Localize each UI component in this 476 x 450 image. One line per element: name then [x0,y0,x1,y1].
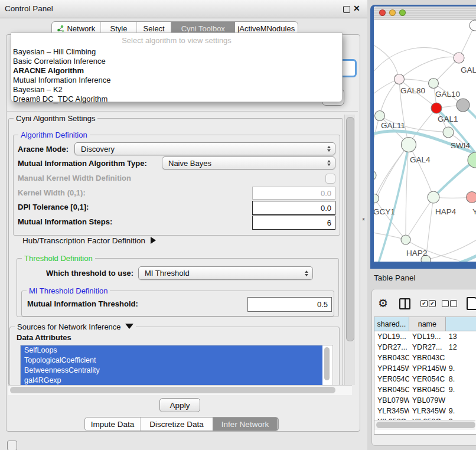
tab-label: Cyni Toolbox [181,24,225,33]
sources-collapse-toggle[interactable]: Sources for Network Inference [15,322,136,331]
cell-value: 8. [446,374,476,384]
popup-item[interactable]: Mutual Information Inference [11,76,342,85]
attribute-list-item[interactable]: SelfLoops [21,345,322,356]
cell-shared-name: YER054C [374,374,409,384]
attribute-list-item[interactable]: gal4RGexp [21,376,322,386]
network-node[interactable] [374,171,376,180]
popup-item[interactable]: Basic Correlation Inference [11,57,342,66]
table-row[interactable]: YBL079W YBL079W [374,395,476,406]
checked-box-icon[interactable]: ✔ [429,300,436,307]
control-panel-titlebar: Control Panel ✕ [0,0,367,18]
popup-item[interactable]: Dream8 DC_TDC Algorithm [11,94,342,104]
table-column-header[interactable] [446,317,476,331]
network-node[interactable] [457,99,470,112]
network-node[interactable] [395,74,405,84]
mi-threshold-group-title: MI Threshold Definition [27,286,110,295]
mi-steps-label: Mutual Information Steps: [18,217,112,226]
network-node[interactable] [467,192,476,203]
popup-items: Bayesian – Hill ClimbingBasic Correlatio… [11,47,342,104]
attributes-list-scrollbar[interactable] [324,347,330,380]
bottom-tab[interactable]: Discretize Data [141,418,213,431]
network-node-label: SWI4 [451,141,470,150]
unchecked-box-icon[interactable] [442,300,449,307]
float-window-icon[interactable] [343,6,350,13]
table-column-header[interactable]: shared... [374,317,409,331]
network-node-label: HAP4 [435,207,457,216]
table-rows: YDL19... YDL19... 13 YDR27... YDR27... 1… [374,331,476,427]
stepper-arrows-icon [327,146,331,152]
bottom-tab-label: Discretize Data [149,420,204,429]
columns-icon[interactable] [399,298,410,309]
algorithm-popup: Select algorithm to view settings Bayesi… [11,32,343,102]
node-table: shared...name YDL19... YDL19... 13 YDR27… [374,317,476,435]
sources-group-title: Sources for Network Inference [17,322,121,331]
network-node[interactable] [402,138,416,152]
cell-shared-name: YPR145W [374,363,409,374]
hub-definition-expander[interactable]: Hub/Transcription Factor Definition [22,236,156,245]
control-panel-title: Control Panel [5,4,53,13]
network-node[interactable] [443,127,454,138]
popup-item[interactable]: Bayesian – Hill Climbing [11,47,342,57]
dpi-tolerance-input[interactable]: 0.0 [252,201,335,215]
network-node[interactable] [428,191,439,203]
unchecked-box-icon[interactable] [450,300,457,307]
table-row[interactable]: YBR043C YBR043C [374,353,476,363]
network-node[interactable] [431,103,442,113]
hub-definition-label: Hub/Transcription Factor Definition [22,236,145,245]
network-edge [426,239,476,260]
network-node-label: GCY1 [374,207,395,216]
bottom-tab[interactable]: Infer Network [213,418,278,431]
settings-vertical-scrollbar-thumb[interactable] [346,117,354,341]
which-threshold-value: MI Threshold [145,269,190,278]
minimize-traffic-light[interactable] [389,9,396,16]
network-node[interactable] [375,111,385,121]
settings-horizontal-scrollbar-thumb[interactable] [10,387,335,393]
network-canvas[interactable]: GALGAL80GAL10GAL1GAL11SWI4GAL4GCY1HAP4YH… [374,19,476,262]
close-icon[interactable]: ✕ [353,4,360,13]
cell-name: YBR043C [409,353,446,363]
divider-asterisk: * [362,216,365,225]
algorithm-definition-title: Algorithm Definition [18,131,90,139]
attribute-list-item[interactable]: TopologicalCoefficient [21,356,322,366]
cell-value: 9. [446,406,476,416]
group-divider-line [7,111,358,112]
which-threshold-select[interactable]: MI Threshold [138,266,313,280]
network-edge [409,145,433,197]
table-row[interactable]: YPR145W YPR145W 9. [374,363,476,374]
cell-name: YDL19... [409,331,446,342]
mi-threshold-input[interactable]: 0.5 [247,297,332,312]
checked-box-icon[interactable]: ✔ [420,300,428,307]
mi-steps-input[interactable]: 6 [252,216,335,230]
apply-button[interactable]: Apply [159,398,200,412]
table-column-header[interactable]: name [409,317,446,331]
table-row[interactable]: YER054C YER054C 8. [374,374,476,384]
tab-label: jActiveMNodules [237,24,295,33]
table-row[interactable]: YDR27... YDR27... 12 [374,342,476,353]
corner-square-icon[interactable] [7,441,17,450]
table-horizontal-scrollbar-thumb[interactable] [376,422,475,428]
kernel-width-input[interactable]: 0.0 [252,187,335,200]
table-row[interactable]: YDL19... YDL19... 13 [374,331,476,342]
network-node[interactable] [429,79,439,89]
popup-item[interactable]: ARACNE Algorithm [11,66,342,76]
network-node[interactable] [401,235,410,244]
table-row[interactable]: YBR045C YBR045C 9. [374,384,476,395]
document-icon[interactable] [467,297,476,310]
popup-item[interactable]: Bayesian – K2 [11,85,342,94]
network-node[interactable] [454,53,464,63]
zoom-traffic-light[interactable] [399,9,406,16]
close-traffic-light[interactable] [379,9,386,16]
network-node-label: GAL4 [410,155,431,164]
bottom-tab[interactable]: Impute Data [85,418,141,431]
aracne-mode-select[interactable]: Discovery [74,142,335,155]
network-node[interactable] [470,20,476,31]
manual-kernel-checkbox[interactable] [325,174,335,184]
data-attributes-list[interactable]: SelfLoopsTopologicalCoefficientBetweenne… [20,345,333,386]
gear-icon[interactable]: ⚙ [378,296,388,310]
bottom-tab-label: Impute Data [91,420,135,429]
table-row[interactable]: YLR345W YLR345W 9. [374,406,476,416]
network-node-label: GAL10 [435,90,460,99]
mi-type-select[interactable]: Naive Bayes [162,156,335,169]
data-attributes-label: Data Attributes [17,333,71,342]
attribute-list-item[interactable]: BetweennessCentrality [21,366,322,376]
